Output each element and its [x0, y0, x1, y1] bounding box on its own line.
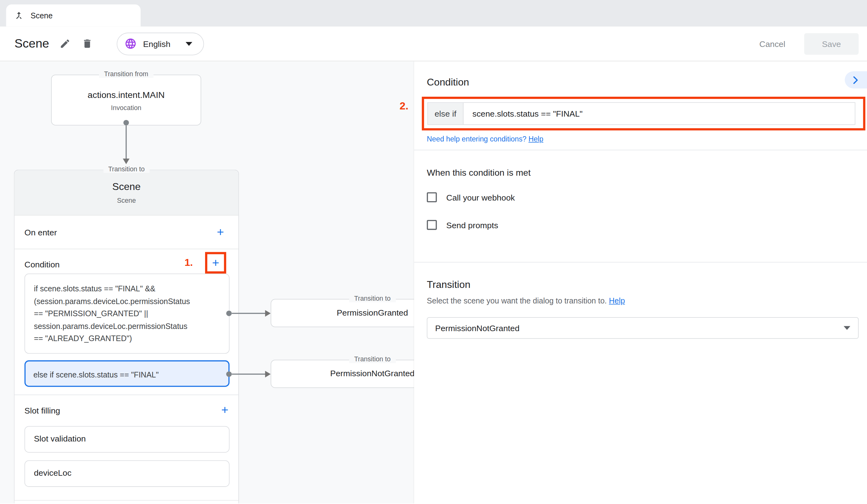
on-enter-label: On enter [24, 227, 57, 237]
send-prompts-checkbox[interactable] [427, 220, 437, 230]
tab-strip: Scene [0, 0, 867, 26]
condition-input-group: else if scene.slots.status == "FINAL" [427, 102, 855, 125]
annotation-step-1: 1. [184, 257, 193, 268]
scene-card-header: Scene Scene [14, 170, 238, 216]
connector-dot [226, 371, 232, 377]
trash-icon [82, 38, 93, 50]
globe-icon [125, 37, 137, 50]
pencil-icon [60, 38, 71, 50]
tab-label: Scene [31, 11, 53, 20]
on-enter-section: On enter + [14, 216, 238, 249]
slot-item-deviceloc[interactable]: deviceLoc [24, 460, 230, 487]
language-label: English [143, 39, 171, 48]
chevron-right-icon [850, 74, 861, 86]
connector-line [232, 313, 266, 314]
add-slot-button[interactable]: + [221, 404, 228, 416]
language-selector[interactable]: English [117, 32, 204, 55]
transition-scene-select[interactable]: PermissionNotGranted [427, 317, 859, 339]
arrow-down-icon [123, 158, 129, 164]
panel-title: Condition [427, 76, 867, 89]
panel-divider [414, 150, 867, 151]
call-webhook-row: Call your webhook [427, 193, 867, 202]
scene-card-footer [14, 501, 238, 503]
connector-dot [226, 310, 232, 316]
transition-to-legend: Transition to [103, 165, 150, 173]
panel-divider [414, 262, 867, 262]
condition-item-selected[interactable]: else if scene.slots.status == "FINAL" [24, 360, 230, 387]
condition-expression-input[interactable]: scene.slots.status == "FINAL" [463, 103, 855, 124]
slot-filling-section: Slot filling + Slot validation deviceLoc [14, 395, 238, 501]
condition-section: Condition 1. + if scene.slots.status == … [14, 249, 238, 395]
connector-dot [123, 120, 129, 125]
select-caret-icon [844, 326, 850, 330]
transition-from-legend: Transition from [99, 70, 153, 78]
send-prompts-label: Send prompts [446, 220, 498, 229]
connector-line [232, 374, 266, 375]
arrow-right-icon [265, 310, 271, 317]
transition-to-legend: Transition to [349, 294, 396, 302]
send-prompts-row: Send prompts [427, 220, 867, 230]
transition-help-link[interactable]: Help [609, 296, 625, 305]
workspace: Transition from actions.intent.MAIN Invo… [0, 61, 867, 503]
condition-label: Condition [24, 259, 60, 269]
page-title: Scene [14, 36, 49, 51]
connector-line [126, 125, 127, 158]
slot-filling-label: Slot filling [24, 405, 60, 415]
chevron-down-icon [185, 42, 192, 45]
when-met-title: When this condition is met [427, 168, 867, 178]
transition-from-node[interactable]: Transition from actions.intent.MAIN Invo… [51, 75, 201, 125]
slot-item-validation[interactable]: Slot validation [24, 426, 230, 452]
transition-description-text: Select the scene you want the dialog to … [427, 296, 607, 305]
collapse-panel-button[interactable] [845, 71, 867, 88]
scene-node-card: Transition to Scene Scene On enter + Con… [14, 170, 239, 504]
annotation-box-2: else if scene.slots.status == "FINAL" [422, 97, 865, 130]
add-condition-button[interactable]: + [212, 257, 219, 269]
header-bar: Scene English Cancel Save [0, 26, 867, 61]
slot-filling-header: Slot filling + [24, 402, 230, 418]
scene-name: Scene [14, 170, 238, 193]
scene-merge-icon [14, 11, 24, 21]
arrow-right-icon [265, 371, 271, 377]
else-if-prefix: else if [428, 103, 463, 124]
call-webhook-label: Call your webhook [446, 193, 515, 202]
scene-type: Scene [14, 197, 238, 205]
condition-help-line: Need help entering conditions? Help [427, 135, 867, 143]
condition-edit-panel: Condition else if scene.slots.status == … [414, 61, 867, 503]
transition-description: Select the scene you want the dialog to … [427, 296, 867, 305]
transition-scene-selected-value: PermissionNotGranted [435, 324, 844, 333]
condition-help-link[interactable]: Help [528, 135, 543, 143]
transition-to-legend: Transition to [349, 355, 396, 363]
add-on-enter-button[interactable]: + [217, 226, 224, 238]
help-line-text: Need help entering conditions? [427, 135, 526, 143]
call-webhook-checkbox[interactable] [427, 193, 437, 202]
tab-scene[interactable]: Scene [6, 4, 141, 26]
annotation-step-2: 2. [399, 100, 408, 112]
annotation-box-1: + [205, 252, 226, 273]
intent-type: Invocation [52, 104, 201, 112]
save-button[interactable]: Save [804, 33, 859, 54]
app-window: Scene Scene English Cancel Save Transiti… [0, 0, 867, 504]
intent-name: actions.intent.MAIN [52, 90, 201, 100]
cancel-button[interactable]: Cancel [747, 34, 798, 54]
transition-title: Transition [427, 279, 867, 291]
edit-scene-button[interactable] [56, 34, 75, 53]
condition-section-header: Condition 1. + [24, 256, 230, 272]
condition-item[interactable]: if scene.slots.status == "FINAL" && (ses… [24, 274, 230, 354]
delete-scene-button[interactable] [78, 34, 97, 53]
